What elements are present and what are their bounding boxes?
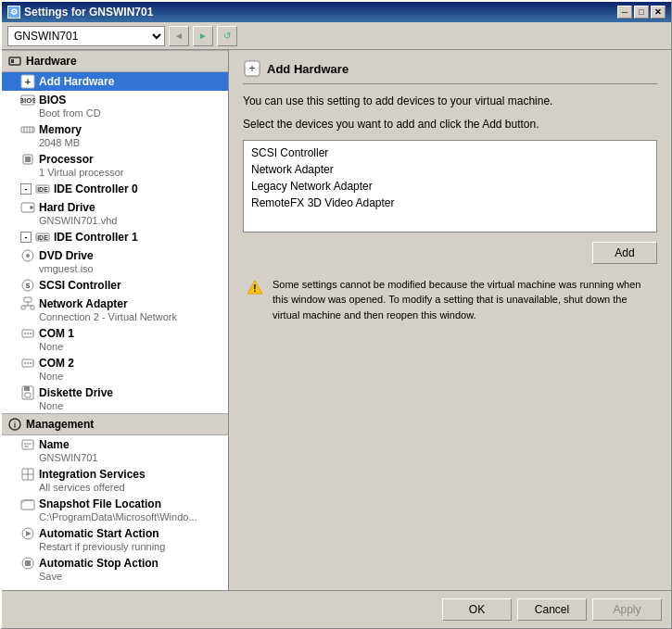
sidebar-item-integration[interactable]: Integration Services All services offere… [2,465,228,495]
device-item-legacy-network[interactable]: Legacy Network Adapter [247,178,653,195]
sidebar-item-snapshot[interactable]: Snapshot File Location C:\ProgramData\Mi… [2,495,228,524]
sidebar-item-ide0[interactable]: - IDE IDE Controller 0 [2,180,228,198]
ide1-expand-icon[interactable]: - [20,232,32,243]
integration-icon [20,467,35,482]
window-icon: ⚙ [7,6,20,19]
panel-icon: + [243,59,261,78]
sidebar-item-auto-stop[interactable]: Automatic Stop Action Save [2,554,228,584]
integration-sub: All services offered [20,482,221,493]
memory-label: Memory [39,123,82,136]
svg-rect-37 [24,386,30,391]
hard-drive-icon [20,200,35,215]
svg-rect-12 [25,157,31,162]
sidebar-item-hard-drive[interactable]: Hard Drive GNSWIN701.vhd [2,198,228,228]
add-hardware-label: Add Hardware [39,75,114,88]
add-hardware-icon: + [20,74,35,89]
back-button[interactable]: ◄ [169,26,189,46]
snapshot-sub: C:\ProgramData\Microsoft\Windo... [20,511,221,522]
toolbar: GNSWIN701 ◄ ► ↺ [2,22,671,50]
warning-text: Some settings cannot be modified because… [273,277,653,323]
dvd-drive-icon [20,248,35,263]
svg-text:+: + [25,76,31,87]
svg-point-20 [26,254,30,258]
sidebar-item-com2[interactable]: COM 2 None [2,354,228,384]
title-bar-left: ⚙ Settings for GNSWIN701 [7,6,153,19]
scsi-label: SCSI Controller [39,279,121,292]
sidebar-item-diskette[interactable]: Diskette Drive None [2,384,228,413]
ok-button[interactable]: OK [442,598,512,621]
device-item-remotefx[interactable]: RemoteFX 3D Video Adapter [247,195,653,211]
auto-stop-label: Automatic Stop Action [39,557,158,570]
content-area: + Add Hardware You can use this setting … [229,50,671,590]
vm-select[interactable]: GNSWIN701 [7,26,165,46]
auto-stop-icon [20,556,35,571]
memory-icon [20,122,35,137]
ide1-icon: IDE [35,230,50,245]
main-area: Hardware + Add Hardware [2,50,671,590]
svg-point-16 [30,206,33,209]
hard-drive-label: Hard Drive [39,201,95,214]
sidebar-item-com1[interactable]: COM 1 None [2,324,228,354]
maximize-button[interactable]: □ [634,6,649,19]
svg-point-35 [30,362,32,364]
svg-point-34 [27,362,29,364]
sidebar-item-memory[interactable]: Memory 2048 MB [2,120,228,150]
svg-rect-25 [31,306,34,309]
auto-start-label: Automatic Start Action [39,527,159,540]
diskette-sub: None [20,400,221,411]
network-icon [20,296,35,311]
refresh-button[interactable]: ↺ [217,26,237,46]
sidebar-item-bios[interactable]: BIOS BIOS Boot from CD [2,91,228,120]
title-bar: ⚙ Settings for GNSWIN701 ─ □ ✕ [2,2,671,22]
name-label: Name [39,438,70,451]
diskette-icon [20,385,35,400]
svg-text:IDE: IDE [37,234,48,241]
sidebar: Hardware + Add Hardware [2,50,229,590]
svg-point-30 [27,333,29,334]
device-item-network[interactable]: Network Adapter [247,161,653,178]
processor-label: Processor [39,153,94,166]
sidebar-item-dvd-drive[interactable]: DVD Drive vmguest.iso [2,246,228,276]
memory-sub: 2048 MB [20,137,221,148]
ide0-label: IDE Controller 0 [54,182,138,195]
cancel-button[interactable]: Cancel [517,598,587,621]
add-button-row: Add [243,242,657,264]
sidebar-item-ide1[interactable]: - IDE IDE Controller 1 [2,228,228,246]
sidebar-item-name[interactable]: Name GNSWIN701 [2,435,228,465]
add-button[interactable]: Add [592,242,657,264]
scsi-icon: S [20,278,35,293]
svg-text:BIOS: BIOS [20,96,35,105]
settings-window: ⚙ Settings for GNSWIN701 ─ □ ✕ GNSWIN701… [0,0,672,629]
panel-title: Add Hardware [267,62,349,76]
panel-header: + Add Hardware [243,59,657,84]
management-label: Management [26,418,94,431]
svg-rect-38 [25,393,31,397]
ide0-expand-icon[interactable]: - [20,183,32,195]
minimize-button[interactable]: ─ [617,6,632,19]
forward-button[interactable]: ► [193,26,213,46]
svg-point-31 [30,333,32,334]
management-section-header: i Management [2,413,228,435]
integration-label: Integration Services [39,468,146,481]
window-title: Settings for GNSWIN701 [24,6,153,19]
sidebar-item-scsi[interactable]: S SCSI Controller [2,276,228,295]
sidebar-item-add-hardware[interactable]: + Add Hardware [2,72,228,91]
svg-text:IDE: IDE [37,186,48,193]
sidebar-item-auto-start[interactable]: Automatic Start Action Restart if previo… [2,524,228,554]
apply-button[interactable]: Apply [592,598,662,621]
svg-text:i: i [14,421,17,430]
svg-rect-24 [21,306,25,309]
sidebar-item-network[interactable]: Network Adapter Connection 2 - Virtual N… [2,295,228,324]
snapshot-label: Snapshot File Location [39,497,161,510]
dvd-drive-sub: vmguest.iso [20,263,221,274]
com1-label: COM 1 [39,327,74,340]
close-button[interactable]: ✕ [651,6,666,19]
svg-point-33 [24,362,26,364]
sidebar-item-processor[interactable]: Processor 1 Virtual processor [2,150,228,180]
warning-icon: ! [247,277,265,296]
auto-start-sub: Restart if previously running [20,541,221,552]
processor-sub: 1 Virtual processor [20,167,221,178]
hardware-section-header: Hardware [2,50,228,72]
com1-icon [20,326,35,341]
device-item-scsi[interactable]: SCSI Controller [247,145,653,161]
